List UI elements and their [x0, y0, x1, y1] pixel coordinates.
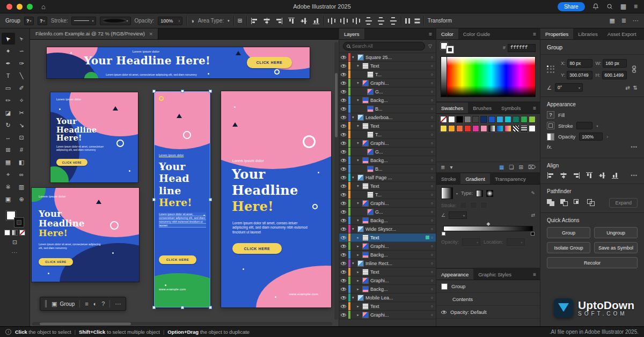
area-type-dropdown-icon[interactable]: ▾ — [228, 19, 230, 23]
tool-free-transform[interactable]: ⊡ — [15, 131, 28, 143]
swatch[interactable] — [496, 125, 503, 132]
tool-paintbrush[interactable]: ✐ — [15, 82, 28, 94]
tab-brushes[interactable]: Brushes — [468, 102, 496, 113]
vertical-scrollbar[interactable] — [334, 42, 338, 320]
tab-gradient[interactable]: Gradient — [460, 173, 489, 184]
tool-scale[interactable]: ↘ — [15, 119, 28, 131]
cta-button[interactable]: CLICK HERE — [247, 57, 292, 68]
layer-row[interactable]: ▸Text○ — [339, 62, 436, 70]
layer-row[interactable]: ▸Half Page ...○ — [339, 173, 436, 182]
tab-transparency[interactable]: Transparency — [490, 173, 531, 184]
close-tab-icon[interactable]: × — [149, 31, 152, 37]
more-options-icon[interactable]: ⋯ — [633, 17, 639, 24]
layer-row[interactable]: ▸Text○ — [339, 182, 436, 191]
expand-arrow-icon[interactable]: ▸ — [356, 98, 360, 103]
expand-arrow-icon[interactable]: ▸ — [356, 141, 360, 146]
layers-search-box[interactable] — [343, 42, 425, 50]
tab-layers[interactable]: Layers — [339, 28, 364, 39]
y-input[interactable]: 300.0749 — [567, 71, 592, 79]
w-input[interactable]: 160 px — [603, 59, 627, 68]
panel-menu-icon[interactable]: ≡ — [425, 28, 436, 39]
visibility-toggle[interactable] — [339, 173, 348, 181]
layer-row[interactable]: ▸Text○ — [339, 268, 436, 276]
target-circle-icon[interactable]: ○ — [431, 279, 433, 282]
target-circle-icon[interactable]: ○ — [431, 287, 433, 291]
transform-link[interactable]: Transform — [428, 18, 452, 24]
quick-action-recolor[interactable]: Recolor — [547, 257, 638, 268]
target-circle-icon[interactable]: ○ — [431, 236, 433, 239]
tool-lasso[interactable]: ∽ — [15, 45, 28, 57]
pathfinder-unite-icon[interactable] — [547, 199, 555, 207]
swatch[interactable] — [488, 125, 495, 132]
expand-arrow-icon[interactable]: ▸ — [351, 175, 355, 180]
banner-eyebrow[interactable]: Lorem ipsum dolor — [232, 159, 264, 163]
swatch[interactable] — [448, 116, 455, 123]
target-circle-icon[interactable]: ○ — [431, 175, 433, 179]
swatch[interactable] — [480, 125, 487, 132]
bell-icon[interactable] — [592, 3, 599, 10]
appearance-row-group[interactable]: Group — [436, 280, 540, 293]
appearance-row-opacity[interactable]: Opacity: Default — [436, 306, 540, 319]
visibility-toggle[interactable] — [339, 79, 348, 87]
constrain-proportions-icon[interactable] — [630, 65, 638, 73]
opacity-chip[interactable] — [547, 133, 554, 141]
quick-action-save-as-symbol[interactable]: Save as Symbol — [594, 242, 638, 253]
visibility-toggle[interactable] — [339, 216, 348, 224]
none-mode-button[interactable] — [19, 230, 25, 236]
visibility-toggle[interactable] — [339, 251, 348, 259]
artboard-wide-skyscraper-selected[interactable]: Lorem ipsum dolor YourHeadlineHere! Lore… — [154, 91, 210, 307]
visibility-toggle[interactable] — [339, 294, 348, 302]
banner-eyebrow[interactable]: Lorem ipsum dolor — [56, 98, 82, 101]
align-v-top-icon[interactable] — [586, 172, 592, 179]
arrange-icon[interactable]: ▦ — [609, 17, 614, 24]
artboard-square[interactable]: Lorem ipsum dolor YourHeadlineHere! Lore… — [50, 92, 138, 182]
align-h-right-icon[interactable] — [573, 172, 580, 179]
tool-gradient[interactable]: ◧ — [15, 156, 28, 168]
reference-point-selector[interactable] — [547, 65, 555, 74]
gradient-mode-button[interactable] — [12, 230, 18, 236]
target-circle-icon[interactable]: ○ — [431, 227, 433, 231]
artboard-rectangle[interactable]: Lorem ipsum dolor YourHeadlineHere! Lore… — [32, 188, 139, 282]
layer-row[interactable]: ▸Graphi...○ — [339, 79, 436, 87]
expand-arrow-icon[interactable]: ▸ — [355, 279, 361, 283]
document-tab[interactable]: FileInfo.com Example.ai @ 72 % (RGB/Prev… — [30, 28, 158, 39]
layer-row[interactable]: ▸Graphi...○ — [339, 199, 436, 208]
align-h-center-icon[interactable] — [263, 18, 270, 24]
selection-handle[interactable] — [181, 90, 184, 93]
expand-arrow-icon[interactable]: ▸ — [355, 236, 361, 240]
menu-icon[interactable]: ≡ — [634, 3, 638, 10]
quick-action-ungroup[interactable]: Ungroup — [594, 227, 638, 238]
more-align-icon[interactable]: ••• — [631, 173, 638, 178]
gradient-bar[interactable] — [443, 226, 533, 231]
target-circle-icon[interactable]: ○ — [431, 55, 433, 59]
target-circle-icon[interactable]: ○ — [431, 72, 433, 76]
opacity-row[interactable]: Opacity 100% › — [547, 133, 638, 141]
distribute-h-center-icon[interactable] — [378, 17, 384, 25]
artboard-leaderboard[interactable]: Lorem ipsum dolor Your Headline Here! Lo… — [47, 47, 310, 78]
recolor-artwork-icon[interactable]: ◑ — [191, 18, 194, 24]
tool-pencil[interactable]: ✏ — [2, 94, 15, 106]
fullscreen-window-button[interactable] — [27, 4, 33, 10]
target-circle-icon[interactable]: ○ — [431, 150, 433, 153]
align-v-middle-icon[interactable] — [301, 17, 307, 25]
opacity-icon[interactable]: ◐ — [93, 301, 97, 307]
filter-icon[interactable]: ▽ — [428, 43, 432, 49]
tool-magic-wand[interactable]: ✦ — [2, 45, 15, 57]
visibility-toggle[interactable] — [339, 156, 348, 164]
tool-shape-builder[interactable]: ⊞ — [2, 144, 15, 156]
target-circle-icon[interactable]: ○ — [431, 158, 433, 162]
appearance-row-contents[interactable]: Contents — [436, 293, 540, 306]
tool-shaper[interactable]: ✧ — [15, 94, 28, 106]
layer-row[interactable]: T...○ — [339, 191, 436, 199]
visibility-toggle[interactable] — [339, 70, 348, 78]
stroke-within-icon[interactable] — [460, 202, 467, 209]
expand-arrow-icon[interactable]: ▸ — [355, 244, 361, 248]
layer-row[interactable]: ▸Graphi...○ — [339, 311, 436, 319]
layer-row[interactable]: ▸Backg...○ — [339, 285, 436, 294]
hex-input[interactable] — [508, 44, 536, 52]
target-circle-icon[interactable]: ○ — [431, 304, 433, 308]
banner-body[interactable]: Lorem ipsum dolor sit amet, consectetuer… — [39, 243, 103, 250]
banner-headline[interactable]: YourHeadlineHere! — [56, 117, 97, 142]
align-h-center-icon[interactable] — [560, 172, 567, 179]
radial-gradient-button[interactable] — [486, 190, 493, 197]
